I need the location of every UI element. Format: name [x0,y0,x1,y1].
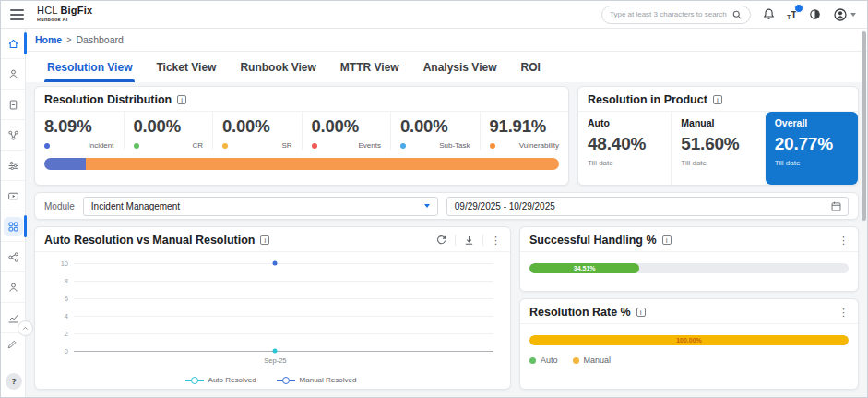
app-logo: HCL BigFix Runbook AI [37,6,92,23]
select-caret-icon [424,204,430,208]
more-menu-icon[interactable]: ⋮ [838,235,849,246]
sidebar-item-controls[interactable] [1,151,25,181]
logo-subtitle: Runbook AI [37,18,92,23]
user-avatar-menu[interactable] [833,7,856,22]
text-size-icon[interactable] [787,9,797,20]
tab-mttr-view[interactable]: MTTR View [328,53,411,82]
panel-title: Resolution Distribution [44,93,172,106]
tab-analysis-view[interactable]: Analysis View [411,53,509,82]
agents-icon [7,282,19,294]
info-icon[interactable] [177,95,186,104]
legend-manual[interactable]: Manual [573,356,612,365]
notifications-bell-icon[interactable] [762,7,776,21]
breadcrumb-separator: > [66,35,71,44]
legend-auto[interactable]: Auto [529,356,558,365]
card-auto: Auto 48.40% Till date [578,112,672,185]
panel-title: Resolution Rate % [529,306,631,319]
card-overall: Overall 20.77% Till date [766,112,858,185]
sub-task-dot [400,143,406,149]
stat-cr: 0.00% CR [125,112,214,150]
stat-incident: 8.09% Incident [35,112,125,150]
incident-dot [44,143,50,149]
info-icon[interactable] [713,95,722,104]
stat-label: Sub-Task [439,141,470,150]
module-selected-value: Incident Management [91,201,180,211]
chevron-down-icon [850,13,856,17]
card-label: Manual [681,117,755,128]
y-tick: 10 [61,259,68,268]
edit-pencil-icon[interactable] [6,337,18,354]
bar-segment-vulnerability [86,158,559,170]
card-value: 51.60% [681,134,755,154]
stat-label: Incident [88,141,113,150]
stat-vulnerability: 91.91% Vulnerability [481,112,569,150]
info-icon[interactable] [260,235,269,245]
progress-fill: 100.00% [529,335,849,345]
y-tick: 2 [65,330,68,338]
stat-value: 91.91% [490,116,560,137]
tab-resolution-view[interactable]: Resolution View [35,53,144,82]
legend-label: Auto Resolved [208,376,256,384]
progress-value: 34.51% [574,265,596,271]
tab-runbook-view[interactable]: Runbook View [228,53,327,82]
hamburger-menu-icon[interactable] [10,9,24,20]
card-value: 20.77% [775,134,849,154]
module-label: Module [44,201,75,211]
sr-dot [222,143,228,149]
resolution-distribution-panel: Resolution Distribution 8.09% Incident 0… [34,86,569,186]
vertical-scrollbar-thumb[interactable] [862,31,866,221]
y-tick: 4 [65,312,68,320]
successful-handling-progress: 34.51% [529,263,849,273]
breadcrumb-home-link[interactable]: Home [35,34,62,45]
media-icon [7,190,19,202]
date-range-input[interactable]: 09/29/2025 - 10/29/2025 [446,197,849,216]
legend-manual-resolved[interactable]: Manual Resolved [277,376,357,384]
tab-roi[interactable]: ROI [508,53,552,82]
calendar-icon[interactable] [830,200,842,212]
logo-text: HCL BigFix [37,6,92,16]
search-icon[interactable] [731,9,743,20]
successful-handling-panel: Successful Handling % ⋮ 34.51% [519,226,859,292]
bar-segment-incident [44,158,86,170]
auto-dot [529,357,536,364]
more-menu-icon[interactable]: ⋮ [838,308,849,318]
search-box [601,6,751,24]
resolution-rate-panel: Resolution Rate % ⋮ 100.00% [519,298,859,390]
info-icon[interactable] [636,308,646,317]
sidebar-item-home[interactable] [1,29,25,59]
help-button[interactable] [6,373,22,390]
legend-auto-resolved[interactable]: Auto Resolved [185,376,256,384]
data-point-auto-resolved [273,349,278,354]
stat-sr: 0.00% SR [213,112,303,150]
panel-title: Auto Resolution vs Manual Resolution [44,234,255,247]
chart-area: 10 8 6 4 2 0 [44,254,497,389]
theme-contrast-icon[interactable] [808,7,822,21]
card-manual: Manual 51.60% Till date [672,112,765,185]
sidebar-item-dashboard[interactable] [1,211,25,242]
sidebar-collapse-button[interactable] [18,320,33,336]
info-icon[interactable] [662,235,672,245]
cr-dot [134,143,139,149]
stat-value: 0.00% [400,116,470,137]
sidebar-item-media[interactable] [1,181,25,211]
stat-events: 0.00% Events [303,112,392,150]
module-select[interactable]: Incident Management [83,197,438,216]
main-content: Home > Dashboard Resolution View Ticket … [26,29,867,397]
breadcrumb: Home > Dashboard [26,29,867,52]
card-subtitle: Till date [775,159,849,167]
tab-ticket-view[interactable]: Ticket View [144,53,228,82]
sidebar-item-runbooks[interactable] [1,59,25,90]
knowledge-base-icon [7,99,19,111]
sidebar-item-agents[interactable] [1,272,25,303]
more-menu-icon[interactable]: ⋮ [491,235,501,246]
sidebar-item-integrations[interactable] [1,120,25,151]
refresh-icon[interactable] [435,235,447,247]
search-input[interactable] [610,10,727,18]
stat-value: 0.00% [222,116,292,137]
events-dot [312,143,317,149]
y-tick: 0 [65,347,68,356]
sidebar-item-connections[interactable] [1,242,25,272]
sidebar-item-knowledge-base[interactable] [1,90,25,120]
legend-marker [277,376,295,384]
download-icon[interactable] [463,235,475,247]
